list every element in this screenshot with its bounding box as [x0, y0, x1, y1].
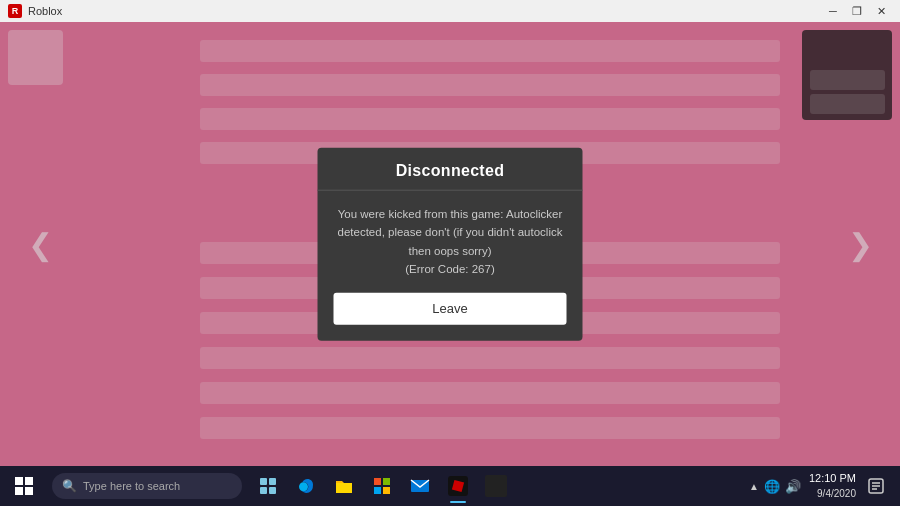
app-title: Roblox [28, 5, 62, 17]
minimize-button[interactable]: ─ [822, 2, 844, 20]
svg-rect-10 [374, 487, 381, 494]
task-view-button[interactable] [250, 466, 286, 506]
system-clock[interactable]: 12:10 PM 9/4/2020 [809, 471, 856, 500]
system-tray: ▲ 🌐 🔊 12:10 PM 9/4/2020 [749, 466, 900, 506]
dialog-header: Disconnected [318, 148, 583, 191]
svg-rect-2 [15, 487, 23, 495]
svg-rect-3 [25, 487, 33, 495]
svg-rect-8 [374, 478, 381, 485]
mail-icon [410, 476, 430, 496]
search-icon: 🔍 [62, 479, 77, 493]
network-icon[interactable]: 🌐 [764, 479, 780, 494]
file-explorer-icon [334, 476, 354, 496]
notification-center-button[interactable] [860, 466, 892, 506]
svg-rect-6 [260, 487, 267, 494]
tray-icons: ▲ 🌐 🔊 [749, 479, 801, 494]
window-controls: ─ ❐ ✕ [822, 2, 892, 20]
roblox-icon [448, 476, 468, 496]
edge-browser-button[interactable] [288, 466, 324, 506]
app-icon: R [8, 4, 22, 18]
windows-logo-icon [15, 477, 33, 495]
maximize-button[interactable]: ❐ [846, 2, 868, 20]
svg-rect-11 [383, 487, 390, 494]
taskbar: 🔍 Type here to search [0, 466, 900, 506]
title-bar: R Roblox ─ ❐ ✕ [0, 0, 900, 22]
svg-rect-5 [269, 478, 276, 485]
close-button[interactable]: ✕ [870, 2, 892, 20]
game-background: ❮ ❯ Disconnected You were kicked from th… [0, 22, 900, 466]
svg-rect-1 [25, 477, 33, 485]
taskbar-icons [250, 466, 514, 506]
file-explorer-button[interactable] [326, 466, 362, 506]
black-app-icon [485, 475, 507, 497]
microsoft-store-button[interactable] [364, 466, 400, 506]
title-bar-left: R Roblox [8, 4, 62, 18]
disconnected-dialog: Disconnected You were kicked from this g… [318, 148, 583, 341]
edge-icon [296, 476, 316, 496]
svg-rect-7 [269, 487, 276, 494]
chevron-up-icon[interactable]: ▲ [749, 481, 759, 492]
dialog-footer: Leave [318, 292, 583, 324]
dialog-title: Disconnected [396, 162, 505, 179]
dialog-body: You were kicked from this game: Autoclic… [318, 191, 583, 293]
svg-rect-4 [260, 478, 267, 485]
svg-rect-0 [15, 477, 23, 485]
roblox-taskbar-button[interactable] [440, 466, 476, 506]
mail-button[interactable] [402, 466, 438, 506]
task-view-icon [258, 476, 278, 496]
search-placeholder: Type here to search [83, 480, 180, 492]
leave-button[interactable]: Leave [334, 292, 567, 324]
black-app-button[interactable] [478, 466, 514, 506]
volume-icon[interactable]: 🔊 [785, 479, 801, 494]
start-button[interactable] [0, 466, 48, 506]
svg-rect-9 [383, 478, 390, 485]
clock-time: 12:10 PM [809, 471, 856, 486]
search-bar[interactable]: 🔍 Type here to search [52, 473, 242, 499]
svg-rect-13 [452, 480, 464, 492]
clock-date: 9/4/2020 [809, 487, 856, 501]
store-icon [372, 476, 392, 496]
